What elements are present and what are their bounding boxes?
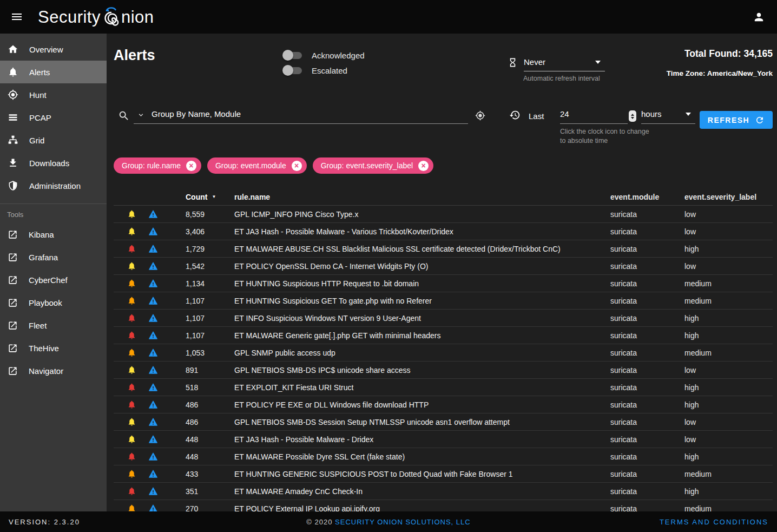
acknowledge-bell-icon[interactable]: [122, 209, 141, 219]
chip-close-icon[interactable]: ×: [186, 161, 196, 171]
acknowledge-bell-icon[interactable]: [122, 452, 141, 461]
acknowledge-bell-icon[interactable]: [122, 227, 141, 236]
table-row[interactable]: 1,107 ET MALWARE Generic gate[.].php GET…: [114, 327, 773, 344]
column-header-event-module[interactable]: event.module: [610, 193, 684, 201]
group-chip[interactable]: Group: event.severity_label ×: [313, 157, 433, 174]
alert-drilldown-triangle-icon[interactable]: [144, 383, 162, 392]
chip-close-icon[interactable]: ×: [292, 161, 302, 171]
user-account-icon[interactable]: [749, 7, 768, 27]
sidebar-tool-item[interactable]: TheHive: [0, 337, 107, 359]
history-clock-icon[interactable]: [509, 109, 521, 121]
sidebar-item-pcap[interactable]: PCAP: [0, 106, 107, 129]
table-row[interactable]: 1,134 ET HUNTING Suspicious HTTP Request…: [114, 275, 773, 292]
sidebar-item-downloads[interactable]: Downloads: [0, 152, 107, 174]
alert-drilldown-triangle-icon[interactable]: [144, 504, 162, 512]
table-row[interactable]: 448 ET JA3 Hash - Possible Malware - Dri…: [114, 431, 773, 448]
alert-drilldown-triangle-icon[interactable]: [144, 296, 162, 306]
acknowledge-bell-icon[interactable]: [122, 469, 141, 478]
acknowledge-bell-icon[interactable]: [122, 435, 141, 444]
acknowledge-bell-icon[interactable]: [122, 244, 141, 253]
table-row[interactable]: 518 ET EXPLOIT_KIT Fiesta URI Struct sur…: [114, 379, 773, 396]
sidebar-item-overview[interactable]: Overview: [0, 38, 107, 61]
time-units-select[interactable]: hours: [641, 104, 695, 124]
alert-drilldown-triangle-icon[interactable]: [144, 227, 162, 237]
table-row[interactable]: 1,729 ET MALWARE ABUSE.CH SSL Blacklist …: [114, 240, 773, 258]
acknowledge-bell-icon[interactable]: [122, 296, 141, 305]
column-header-severity-label[interactable]: event.severity_label: [684, 193, 773, 201]
acknowledge-bell-icon[interactable]: [122, 313, 141, 323]
table-row[interactable]: 1,053 GPL SNMP public access udp suricat…: [114, 344, 773, 362]
duration-input[interactable]: [560, 109, 628, 119]
alert-drilldown-triangle-icon[interactable]: [144, 487, 162, 496]
sidebar-tool-item[interactable]: Navigator: [0, 359, 107, 382]
sidebar-item-administration[interactable]: Administration: [0, 174, 107, 197]
table-row[interactable]: 433 ET HUNTING GENERIC SUSPICIOUS POST t…: [114, 465, 773, 483]
brand-logo[interactable]: Security nion: [38, 5, 154, 28]
acknowledge-bell-icon[interactable]: [122, 261, 141, 271]
query-dropdown-chevron-icon[interactable]: [137, 111, 145, 119]
search-icon[interactable]: [118, 110, 130, 122]
acknowledge-bell-icon[interactable]: [122, 504, 141, 511]
alert-drilldown-triangle-icon[interactable]: [144, 348, 162, 358]
acknowledge-bell-icon[interactable]: [122, 279, 141, 288]
acknowledge-bell-icon[interactable]: [122, 348, 141, 357]
alert-drilldown-triangle-icon[interactable]: [144, 469, 162, 479]
table-row[interactable]: 448 ET MALWARE Possible Dyre SSL Cert (f…: [114, 448, 773, 465]
chip-close-icon[interactable]: ×: [418, 161, 429, 171]
escalated-toggle[interactable]: [284, 67, 302, 74]
alert-drilldown-triangle-icon[interactable]: [144, 279, 162, 288]
severity-label-cell: high: [684, 245, 773, 253]
sidebar-item-hunt[interactable]: Hunt: [0, 83, 107, 106]
sidebar-item-grid[interactable]: Grid: [0, 129, 107, 152]
alert-drilldown-triangle-icon[interactable]: [144, 313, 162, 323]
acknowledge-bell-icon[interactable]: [122, 400, 141, 409]
quick-filter-crosshair-icon[interactable]: [475, 110, 485, 121]
query-input[interactable]: [152, 109, 468, 119]
alert-drilldown-triangle-icon[interactable]: [144, 435, 162, 444]
alert-drilldown-triangle-icon[interactable]: [144, 452, 162, 462]
table-row[interactable]: 351 ET MALWARE Amadey CnC Check-In suric…: [114, 483, 773, 500]
table-row[interactable]: 3,406 ET JA3 Hash - Possible Malware - V…: [114, 223, 773, 240]
sidebar-tool-item[interactable]: Grafana: [0, 246, 107, 268]
event-module-cell: suricata: [610, 470, 684, 478]
acknowledged-toggle[interactable]: [284, 52, 302, 59]
alert-drilldown-triangle-icon[interactable]: [144, 365, 162, 375]
alert-drilldown-triangle-icon[interactable]: [144, 400, 162, 410]
table-row[interactable]: 1,542 ET POLICY OpenSSL Demo CA - Intern…: [114, 258, 773, 275]
table-row[interactable]: 891 GPL NETBIOS SMB-DS IPC$ unicode shar…: [114, 362, 773, 379]
table-row[interactable]: 486 GPL NETBIOS SMB-DS Session Setup NTM…: [114, 413, 773, 431]
table-row[interactable]: 270 ET POLICY External IP Lookup api.ipi…: [114, 500, 773, 511]
sidebar-tool-item[interactable]: Fleet: [0, 314, 107, 337]
table-row[interactable]: 8,559 GPL ICMP_INFO PING Cisco Type.x su…: [114, 206, 773, 223]
refresh-interval-select[interactable]: Never: [524, 57, 605, 71]
alert-drilldown-triangle-icon[interactable]: [144, 261, 162, 271]
refresh-button-label: REFRESH: [708, 116, 749, 124]
alert-drilldown-triangle-icon[interactable]: [144, 417, 162, 427]
acknowledge-bell-icon[interactable]: [122, 365, 141, 375]
refresh-button[interactable]: REFRESH: [700, 111, 773, 129]
alert-drilldown-triangle-icon[interactable]: [144, 244, 162, 254]
alert-drilldown-triangle-icon[interactable]: [144, 209, 162, 219]
sidebar-tool-item[interactable]: Kibana: [0, 223, 107, 246]
acknowledge-bell-icon[interactable]: [122, 331, 141, 340]
sidebar-item-alerts[interactable]: Alerts: [0, 61, 107, 83]
column-header-rule-name[interactable]: rule.name: [234, 193, 610, 201]
acknowledge-bell-icon[interactable]: [122, 383, 141, 392]
table-row[interactable]: 1,107 ET HUNTING Suspicious GET To gate.…: [114, 292, 773, 310]
table-row[interactable]: 1,107 ET INFO Suspicious Windows NT vers…: [114, 310, 773, 327]
table-row[interactable]: 486 ET POLICY PE EXE or DLL Windows file…: [114, 396, 773, 413]
alerts-table: Count▼ rule.name event.module event.seve…: [114, 188, 773, 511]
group-chip[interactable]: Group: rule.name ×: [114, 157, 201, 174]
group-chip[interactable]: Group: event.module ×: [207, 157, 307, 174]
hamburger-menu-icon[interactable]: [6, 6, 27, 27]
alert-drilldown-triangle-icon[interactable]: [144, 331, 162, 340]
acknowledge-bell-icon[interactable]: [122, 417, 141, 426]
copyright-company-link[interactable]: SECURITY ONION SOLUTIONS, LLC: [335, 518, 471, 526]
column-header-count[interactable]: Count▼: [186, 193, 234, 201]
sidebar-tool-item[interactable]: Playbook: [0, 291, 107, 314]
acknowledge-bell-icon[interactable]: [122, 487, 141, 496]
sidebar-tool-item[interactable]: CyberChef: [0, 268, 107, 291]
group-chip-label: Group: event.module: [215, 161, 286, 170]
terms-and-conditions-link[interactable]: TERMS AND CONDITIONS: [590, 518, 768, 526]
clock-stepper-icon[interactable]: [629, 110, 636, 122]
